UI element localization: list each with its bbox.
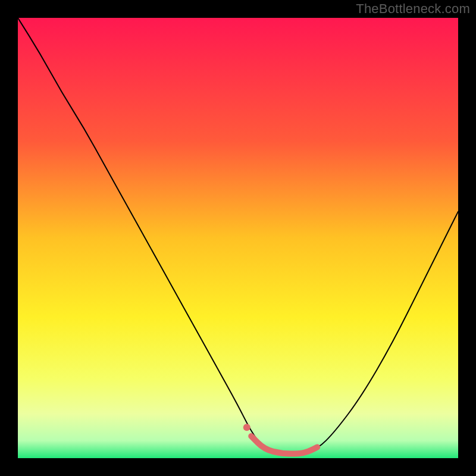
plot-area [18, 18, 458, 458]
highlight-dot [243, 424, 250, 431]
chart-frame: TheBottleneck.com [0, 0, 476, 476]
chart-svg [18, 18, 458, 458]
watermark-text: TheBottleneck.com [356, 1, 470, 17]
gradient-background [18, 18, 458, 458]
